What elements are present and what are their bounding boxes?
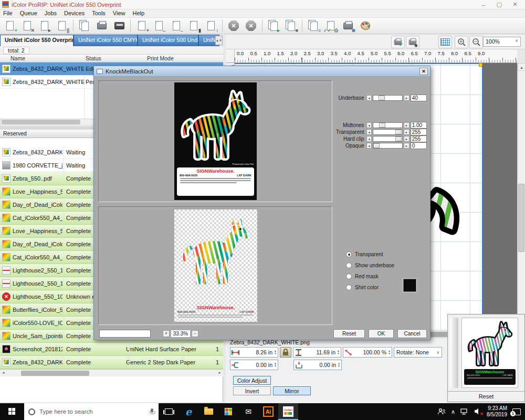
action-center-icon[interactable]: 1 [512,408,521,415]
cancel-job-icon[interactable]: ✕ [19,19,35,33]
offset-x-spinner[interactable]: ▲▼ [274,362,277,368]
volume-muted-icon[interactable]: ✕ [474,408,481,416]
column-header-print-mode[interactable]: Print Mode [147,55,174,61]
offset-y-spinner[interactable]: ▲▼ [338,362,340,368]
offset-y-field[interactable]: 0.00 in ▲▼ [293,360,342,370]
microphone-icon[interactable] [150,408,154,415]
radio-shirt-color[interactable]: Shirt color [346,285,379,290]
preview-reset-button[interactable]: Reset [448,391,524,402]
slider-right-arrow[interactable]: ► [404,136,410,142]
file-explorer-button[interactable] [198,403,218,420]
aspect-lock-button[interactable] [280,347,291,358]
mail-button[interactable]: ✉ [238,403,258,420]
mirror-button[interactable]: Mirror [273,386,311,395]
copy-job-icon[interactable] [77,19,92,33]
network-icon[interactable] [460,408,469,415]
taskbar-search-input[interactable]: Type here to search [24,403,159,420]
slider-value-field[interactable]: 1.00 [411,122,427,129]
menu-tools[interactable]: Tools [92,10,106,17]
hold-queue-icon[interactable]: ■ [283,19,299,33]
start-button[interactable] [0,403,24,420]
scroll-thumb[interactable] [518,184,524,252]
dialog-close-icon[interactable]: ✕ [419,68,428,75]
slider-right-arrow[interactable]: ► [404,129,410,135]
abort-all-icon[interactable]: ✕ [243,19,259,33]
edge-button[interactable]: e [178,403,198,420]
menu-queue[interactable]: Queue [20,10,37,17]
slider-left-arrow[interactable]: ◄ [366,95,372,101]
selection-handle[interactable] [479,63,482,67]
rip-job-icon[interactable] [111,19,127,33]
scroll-thumb[interactable] [21,371,89,376]
fit-horizontal-icon[interactable]: → [169,19,184,33]
slider-thumb[interactable] [373,143,380,148]
prorip-taskbar-button[interactable]: UniNet [278,403,298,420]
slider-value-field[interactable]: 0 [411,142,427,149]
preview-zoom-in-button[interactable]: + [163,330,170,337]
color-manager-icon[interactable] [358,19,373,33]
dialog-title-bar[interactable]: KnockMeBlackOut [94,66,430,77]
rotate-select[interactable]: Rotate: None ∨ [394,347,442,358]
slider-value-field[interactable]: 255 [411,135,427,142]
radio-transparent[interactable]: Transparent [346,251,383,257]
show-color-preview-icon[interactable]: ✓ [391,36,405,48]
ok-button[interactable]: OK [369,329,394,338]
height-spinner[interactable]: ▲▼ [337,350,340,355]
reset-button[interactable]: Reset [333,329,365,338]
slider-right-arrow[interactable]: ► [404,95,410,101]
canvas-vscrollbar[interactable]: ▲ ▼ [517,63,525,331]
slider-track[interactable] [373,129,403,135]
scroll-thumb[interactable] [2,120,80,124]
menu-view[interactable]: View [113,10,125,17]
invert-button[interactable]: Invert [233,386,271,395]
scroll-up-arrow[interactable]: ▲ [518,63,525,71]
zoom-level-select[interactable]: 100% ∨ [483,37,521,47]
tab-uninet-icolor-550-cmyk-1[interactable]: UniNet iColor 550 CMYK [1] [74,35,138,46]
slider-left-arrow[interactable]: ◄ [366,143,372,149]
scale-spinner[interactable]: ▲▼ [388,350,391,355]
width-spinner[interactable]: ▲▼ [274,350,277,355]
slider-thumb[interactable] [395,130,402,134]
slider-right-arrow[interactable]: ► [404,122,410,128]
zoom-out-icon[interactable] [469,36,483,48]
taskbar-clock[interactable]: 9:23 AM 8/5/2019 [487,405,507,418]
queue-setup-icon[interactable]: ✓✓⎙ [323,19,339,33]
radio-show-underbase[interactable]: Show underbase [346,262,394,268]
window-close-button[interactable]: ✕ [507,1,523,8]
column-header-name[interactable]: Name [10,55,25,61]
fit-width-icon[interactable]: ↔ [151,19,167,33]
slider-value-field[interactable]: 255 [411,129,427,135]
column-header-status[interactable]: Status [86,55,101,61]
zoom-in-icon[interactable] [455,36,468,48]
reserved-hscrollbar[interactable]: ◄ ► [0,369,223,376]
slider-left-arrow[interactable]: ◄ [366,129,372,135]
offset-x-field[interactable]: 0.00 in ▲▼ [230,360,278,370]
slider-track[interactable] [373,143,403,149]
illustrator-button[interactable]: Ai [258,403,278,420]
menu-jobs[interactable]: Jobs [45,10,57,17]
toggle-grid-icon[interactable] [438,36,452,48]
radio-red-mask[interactable]: Red mask [346,274,379,279]
tab-uninet-icolor-550-overprint-2[interactable]: UniNet iColor 550 Overprint [2] [0,35,74,46]
reserved-row[interactable]: Screenshot_201812...CompleteUniNet Hard … [0,343,223,356]
window-maximize-button[interactable]: ▢ [491,1,507,8]
slider-thumb[interactable] [379,96,385,100]
menu-help[interactable]: Help [132,10,144,17]
slider-left-arrow[interactable]: ◄ [366,136,372,142]
cancel-button[interactable]: Cancel [397,329,427,338]
slider-track[interactable] [373,95,403,101]
menu-devices[interactable]: Devices [64,10,85,17]
hold-job-icon[interactable]: || [54,19,70,33]
height-field[interactable]: 11.69 in ▲▼ [293,347,341,358]
scroll-left-arrow[interactable]: ◄ [0,370,7,376]
slider-right-arrow[interactable]: ► [404,143,410,149]
center-job-icon[interactable]: + [134,19,150,33]
slider-track[interactable] [373,122,403,128]
tab-scroll-arrows[interactable]: ▲▼ [215,36,223,45]
shirt-color-swatch[interactable] [403,279,416,292]
add-job-icon[interactable]: + [2,19,18,33]
slider-thumb[interactable] [395,136,402,141]
slider-track[interactable] [373,136,403,142]
preview-zoom-out-button[interactable]: - [192,330,198,337]
resume-queue-icon[interactable]: ► [266,19,281,33]
